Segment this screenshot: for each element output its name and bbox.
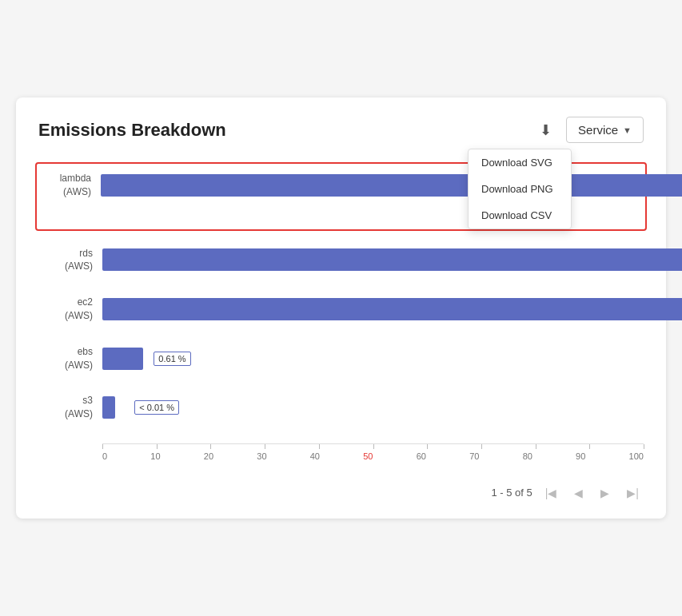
x-label-10: 10 <box>150 451 160 461</box>
bar-rds: 32.85 % <box>102 248 682 271</box>
bar-label-ec2: ec2(AWS) <box>38 296 102 323</box>
prev-page-button[interactable]: ◀ <box>569 483 588 503</box>
bar-container-s3: < 0.01 % <box>102 396 644 419</box>
x-label-0: 0 <box>102 451 107 461</box>
pagination: 1 - 5 of 5 |◀ ◀ ▶ ▶| <box>38 483 644 503</box>
service-label: Service <box>578 123 618 137</box>
bar-row-ec2: ec2(AWS) 28.36 % <box>38 296 644 323</box>
x-axis-labels: 0 10 20 30 40 50 60 70 80 90 100 <box>102 451 644 461</box>
last-page-button[interactable]: ▶| <box>622 483 644 503</box>
bar-label-lambda: lambda(AWS) <box>37 172 101 199</box>
bar-row-ebs: ebs(AWS) 0.61 % <box>38 345 644 372</box>
x-label-20: 20 <box>204 451 213 461</box>
pagination-summary: 1 - 5 of 5 <box>491 487 532 499</box>
bar-ebs: 0.61 % <box>102 348 143 370</box>
x-label-50: 50 <box>363 451 373 461</box>
emissions-breakdown-card: Emissions Breakdown ⬇ Service ▼ Download… <box>16 97 666 519</box>
x-label-100: 100 <box>629 451 644 461</box>
x-label-90: 90 <box>576 451 585 461</box>
x-label-40: 40 <box>310 451 320 461</box>
bar-row-rds: rds(AWS) 32.85 % <box>38 247 644 274</box>
bar-label-s3: s3(AWS) <box>38 394 102 421</box>
next-page-button[interactable]: ▶ <box>596 483 614 503</box>
chevron-down-icon: ▼ <box>623 125 632 135</box>
x-axis-line <box>102 443 644 448</box>
bar-row-s3: s3(AWS) < 0.01 % <box>38 394 644 421</box>
bar-container-ec2: 28.36 % <box>102 298 644 320</box>
bar-container-rds: 32.85 % <box>102 248 644 271</box>
header-controls: ⬇ Service ▼ Download SVG Download PNG Do… <box>533 117 644 143</box>
bar-label-ebs: ebs(AWS) <box>38 345 102 372</box>
bar-container-ebs: 0.61 % <box>102 348 644 370</box>
download-icon: ⬇ <box>540 122 552 138</box>
download-button[interactable]: ⬇ <box>533 118 558 142</box>
bar-lambda: 38.18 % <box>101 174 682 197</box>
x-label-30: 30 <box>257 451 266 461</box>
card-title: Emissions Breakdown <box>38 120 226 141</box>
first-page-button[interactable]: |◀ <box>540 483 562 503</box>
bar-value-s3: < 0.01 % <box>134 400 179 415</box>
x-label-80: 80 <box>523 451 532 461</box>
bar-ec2: 28.36 % <box>102 298 682 320</box>
card-header: Emissions Breakdown ⬇ Service ▼ Download… <box>38 117 644 143</box>
service-dropdown-button[interactable]: Service ▼ <box>566 117 644 143</box>
download-png-item[interactable]: Download PNG <box>469 176 571 202</box>
download-dropdown-menu: Download SVG Download PNG Download CSV <box>468 149 572 229</box>
x-label-70: 70 <box>469 451 479 461</box>
download-svg-item[interactable]: Download SVG <box>469 149 571 176</box>
download-csv-item[interactable]: Download CSV <box>469 202 571 229</box>
bar-label-rds: rds(AWS) <box>38 247 102 274</box>
x-label-60: 60 <box>417 451 426 461</box>
bar-s3: < 0.01 % <box>102 396 115 419</box>
bar-value-ebs: 0.61 % <box>154 352 190 366</box>
